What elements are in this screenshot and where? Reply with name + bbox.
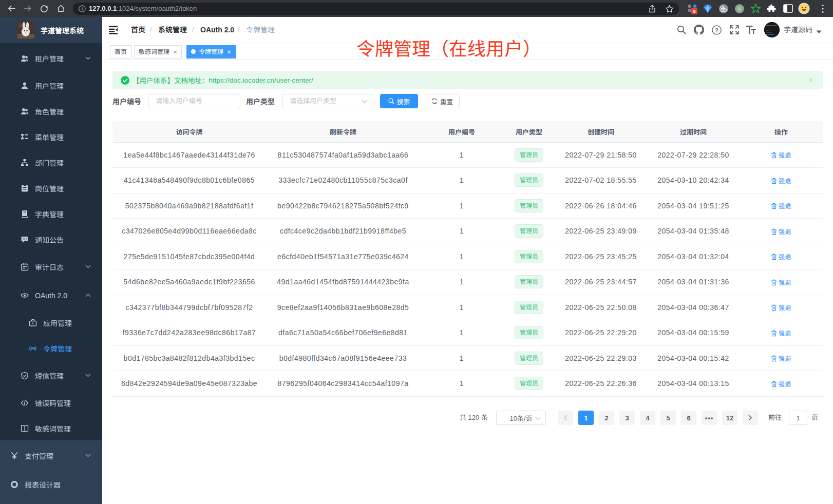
svg-text:A: A bbox=[32, 346, 34, 350]
svg-text:9: 9 bbox=[693, 9, 695, 14]
svg-text:?: ? bbox=[715, 27, 718, 33]
